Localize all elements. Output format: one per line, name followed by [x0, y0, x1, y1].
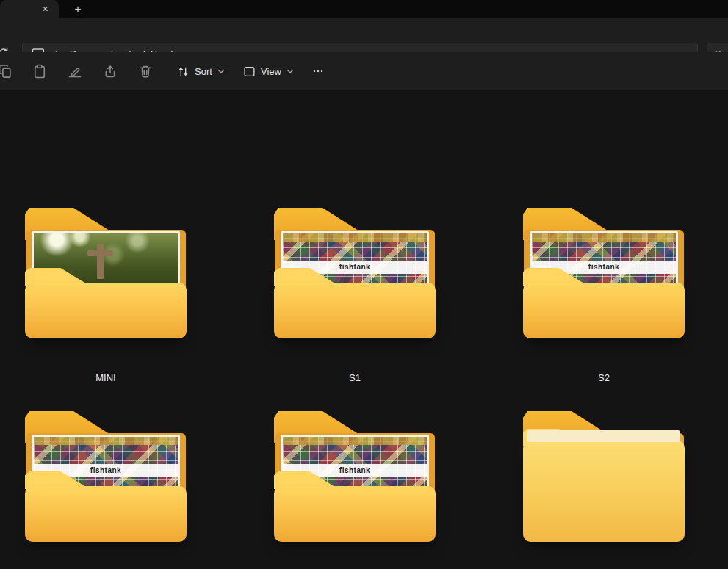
folder-tile-s5[interactable]: fishtank S5	[516, 404, 692, 569]
copy-button[interactable]	[0, 59, 18, 84]
address-row: Documents FTL	[0, 18, 728, 52]
paste-button[interactable]	[27, 59, 52, 84]
folder-front-shape	[523, 441, 685, 542]
folder-icon: fishtank	[274, 208, 436, 338]
folder-icon: fishtank	[523, 208, 685, 338]
folder-icon: fishtank	[25, 411, 187, 542]
folder-icon: fishtank	[25, 208, 187, 338]
folder-tile-s4[interactable]: fishtank S4	[267, 404, 443, 569]
folder-front-shape	[25, 283, 187, 338]
tab-close-button[interactable]: ✕	[38, 2, 52, 16]
sort-button[interactable]: Sort	[170, 59, 231, 84]
folder-icon: fishtank	[523, 411, 685, 542]
folder-tile-mini[interactable]: fishtank MINI	[18, 200, 194, 391]
share-icon	[103, 64, 118, 79]
delete-button[interactable]	[133, 59, 158, 84]
file-explorer-window: ✕ +	[0, 0, 728, 569]
rename-button[interactable]	[62, 59, 87, 84]
explorer-tab[interactable]: ✕	[0, 0, 59, 18]
trash-icon	[138, 64, 153, 79]
share-button[interactable]	[98, 59, 123, 84]
view-icon	[243, 65, 256, 78]
new-tab-button[interactable]: +	[71, 1, 85, 17]
more-button[interactable]	[306, 59, 331, 84]
view-button[interactable]: View	[237, 59, 300, 84]
rename-icon	[68, 64, 82, 79]
folder-front-shape	[274, 283, 436, 338]
tab-bar: ✕ +	[0, 0, 728, 18]
folder-front-shape	[274, 486, 436, 542]
folder-tile-s2[interactable]: fishtank S2	[516, 200, 692, 391]
folder-tile-s3[interactable]: fishtank S3	[18, 404, 194, 569]
folder-front-shape	[523, 283, 685, 338]
copy-icon	[0, 64, 12, 79]
ellipsis-icon	[311, 65, 325, 78]
folder-name: S1	[267, 372, 443, 384]
command-toolbar: Sort View	[0, 52, 728, 90]
chevron-down-icon	[286, 69, 294, 74]
chevron-down-icon	[217, 69, 225, 74]
view-label: View	[261, 66, 281, 77]
paste-icon	[32, 64, 47, 79]
folder-icon: fishtank	[274, 411, 436, 542]
folder-grid: fishtank MINI fishtank S1	[0, 90, 728, 569]
sort-icon	[177, 65, 190, 78]
folder-inner-strip	[527, 430, 680, 442]
folder-front-shape	[25, 486, 187, 542]
folder-name: MINI	[18, 372, 194, 384]
folder-tile-s1[interactable]: fishtank S1	[267, 200, 443, 391]
folder-name: S2	[516, 372, 692, 384]
sort-label: Sort	[195, 66, 212, 77]
cross-photo	[97, 244, 104, 279]
